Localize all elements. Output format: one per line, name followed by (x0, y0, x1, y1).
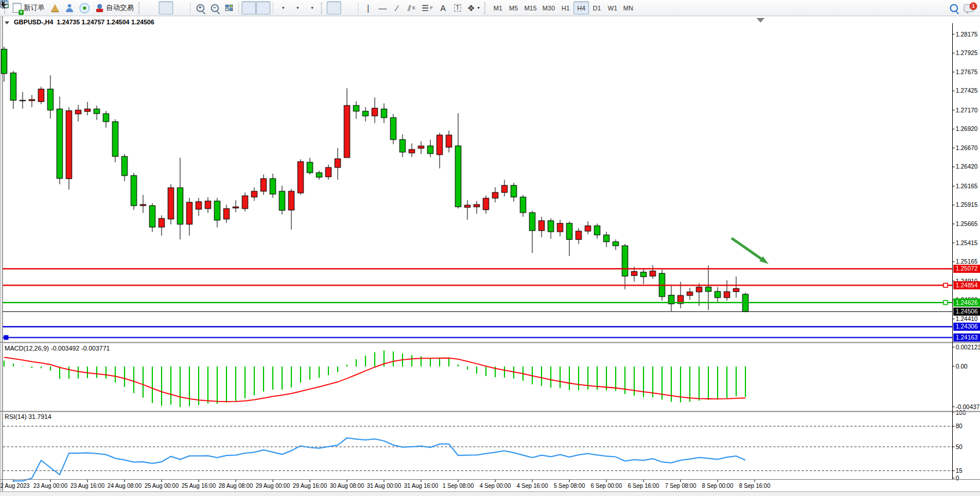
tf-m5-button[interactable]: M5 (506, 1, 521, 14)
label-button[interactable]: T (450, 1, 465, 14)
signals-button[interactable] (76, 1, 93, 14)
tf-h4-button[interactable]: H4 (573, 1, 589, 14)
svg-text:1.24506: 1.24506 (956, 308, 978, 315)
notifications-button[interactable]: 1 (961, 1, 977, 14)
cursor-button[interactable] (327, 1, 341, 14)
notification-badge: 1 (970, 2, 977, 10)
autotrading-button[interactable]: 自动交易 (93, 1, 137, 14)
svg-text:1.25072: 1.25072 (956, 265, 978, 272)
tile-windows-icon (225, 5, 233, 12)
svg-text:25 Aug 16:00: 25 Aug 16:00 (182, 483, 216, 489)
cone-icon (51, 4, 59, 12)
main-toolbar: + 新订单 自动交易 + − (0, 0, 980, 16)
arrows-icon: ✥ (467, 4, 474, 12)
fibonacci-icon: ☰ (422, 4, 429, 12)
trendline-icon: ∕ (396, 4, 397, 12)
svg-text:1.25415: 1.25415 (956, 239, 978, 246)
indicators-button[interactable]: ▾ (276, 1, 290, 14)
svg-text:5 Sep 08:00: 5 Sep 08:00 (554, 483, 585, 489)
svg-text:1.27675: 1.27675 (956, 68, 978, 75)
chart-area: 1.281751.279251.276751.274251.271701.269… (0, 0, 980, 496)
svg-text:1.26920: 1.26920 (956, 125, 978, 132)
svg-text:0: 0 (956, 475, 959, 482)
templates-button[interactable]: ▾ (305, 1, 319, 14)
svg-text:1.25665: 1.25665 (956, 220, 978, 227)
label-icon: T (454, 4, 461, 12)
tf-mn-button[interactable]: MN (620, 1, 636, 14)
tf-w1-button[interactable]: W1 (605, 1, 620, 14)
text-icon: A (440, 4, 445, 12)
zoom-out-icon: − (211, 4, 219, 12)
svg-text:23 Aug 16:00: 23 Aug 16:00 (71, 483, 105, 489)
svg-text:29 Aug 00:00: 29 Aug 00:00 (256, 483, 290, 489)
svg-text:1.25165: 1.25165 (956, 258, 978, 265)
periods-button[interactable]: ▾ (290, 1, 305, 14)
vertical-line-icon: | (367, 4, 370, 12)
bar-chart-button[interactable] (144, 1, 159, 14)
search-button[interactable] (946, 1, 961, 14)
svg-text:25 Aug 00:00: 25 Aug 00:00 (145, 483, 179, 489)
tile-windows-button[interactable] (222, 1, 236, 14)
text-button[interactable]: A (436, 1, 450, 14)
vertical-line-button[interactable]: | (361, 1, 375, 14)
toolbar-grip[interactable] (321, 2, 325, 14)
fibonacci-button[interactable]: ☰F (419, 1, 436, 14)
svg-text:6 Sep 16:00: 6 Sep 16:00 (628, 483, 659, 489)
svg-text:1.26165: 1.26165 (956, 183, 978, 189)
auto-scroll-button[interactable] (242, 1, 256, 14)
dropdown-caret: ▾ (477, 5, 480, 10)
svg-text:31 Aug 00:00: 31 Aug 00:00 (367, 483, 401, 489)
svg-text:4 Sep 16:00: 4 Sep 16:00 (517, 483, 548, 489)
autotrading-label: 自动交易 (106, 3, 134, 13)
dropdown-caret: ▾ (311, 5, 313, 10)
crosshair-button[interactable] (341, 1, 356, 14)
svg-text:0.002123: 0.002123 (956, 344, 980, 351)
svg-text:1.24306: 1.24306 (956, 323, 978, 330)
new-order-button[interactable]: + 新订单 (10, 1, 47, 14)
arrows-button[interactable]: ✥▾ (465, 1, 482, 14)
zoom-in-button[interactable]: + (193, 1, 207, 14)
toolbar-grip[interactable] (138, 2, 142, 14)
tf-m30-button[interactable]: M30 (540, 1, 558, 14)
signal-icon (79, 3, 90, 13)
svg-text:1.24854: 1.24854 (956, 282, 978, 289)
new-order-label: 新订单 (24, 3, 45, 13)
toolbar-grip[interactable] (484, 2, 488, 14)
community-button[interactable] (62, 1, 76, 14)
svg-text:1.24410: 1.24410 (956, 315, 978, 322)
svg-text:22 Aug 2023: 22 Aug 2023 (0, 483, 30, 489)
svg-text:23 Aug 00:00: 23 Aug 00:00 (34, 483, 68, 489)
svg-text:1.24163: 1.24163 (956, 334, 978, 341)
search-icon (950, 4, 958, 12)
svg-text:1.28175: 1.28175 (956, 31, 978, 38)
line-chart-button[interactable] (173, 1, 188, 14)
svg-text:1.26420: 1.26420 (956, 163, 978, 170)
zoom-out-button[interactable]: − (207, 1, 222, 14)
tf-m1-button[interactable]: M1 (490, 1, 506, 14)
crosshair-icon (0, 0, 9, 9)
svg-text:50: 50 (956, 443, 963, 450)
svg-text:1.27170: 1.27170 (956, 107, 978, 114)
channel-button[interactable]: ⫽E (404, 1, 419, 14)
svg-text:28 Aug 08:00: 28 Aug 08:00 (219, 483, 253, 489)
autotrading-icon (96, 4, 104, 12)
horizontal-line-button[interactable]: — (375, 1, 390, 14)
person-icon (65, 4, 74, 12)
tf-d1-button[interactable]: D1 (589, 1, 605, 14)
trendline-button[interactable]: ∕ (390, 1, 404, 14)
svg-text:4 Sep 00:00: 4 Sep 00:00 (480, 483, 511, 489)
tf-m15-button[interactable]: M15 (521, 1, 539, 14)
candlestick-chart-button[interactable] (159, 1, 173, 14)
svg-text:1.27925: 1.27925 (956, 49, 978, 56)
channel-icon: ⫽ (408, 4, 411, 12)
svg-text:1 Sep 08:00: 1 Sep 08:00 (443, 483, 474, 489)
dropdown-caret: ▾ (297, 5, 299, 10)
svg-text:15: 15 (956, 467, 963, 474)
mt4-window: 1.281751.279251.276751.274251.271701.269… (0, 0, 980, 496)
svg-text:1.24626: 1.24626 (956, 299, 978, 306)
market-watch-button[interactable] (47, 1, 62, 14)
chart-shift-button[interactable] (256, 1, 270, 14)
tf-h1-button[interactable]: H1 (558, 1, 573, 14)
svg-text:1.26670: 1.26670 (956, 144, 978, 151)
horizontal-line-icon: — (379, 4, 387, 12)
